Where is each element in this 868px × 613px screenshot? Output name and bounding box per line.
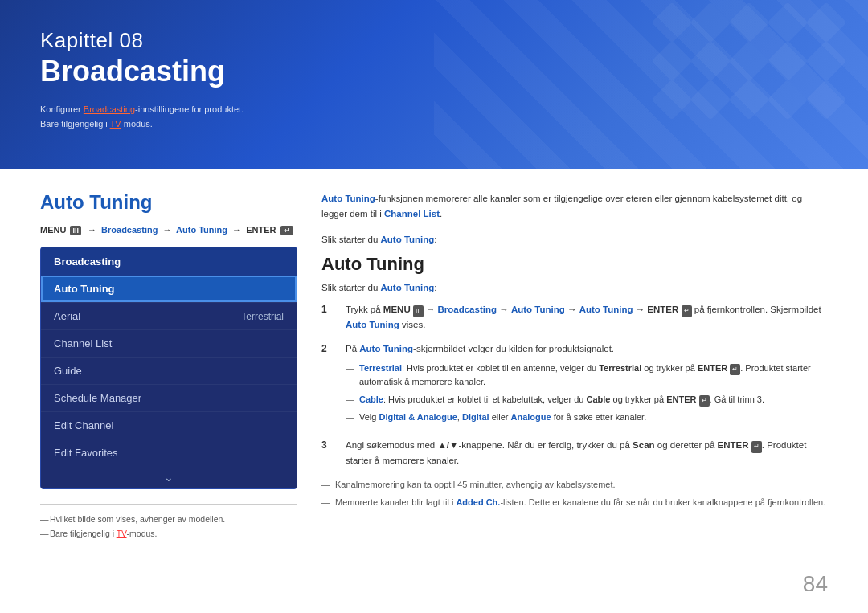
panel-item-channel-list[interactable]: Channel List <box>41 329 297 357</box>
footer-note-2: Bare tilgjengelig i TV-modus. <box>40 529 297 538</box>
slik-starter-intro: Slik starter du Auto Tuning: <box>321 235 828 244</box>
sub-bullets: Terrestrial: Hvis produktet er koblet ti… <box>346 362 828 425</box>
enter-icon: ↵ <box>280 226 293 235</box>
right-section-title: Auto Tuning <box>321 254 828 275</box>
note-bullet-2: Memorerte kanaler blir lagt til i Added … <box>321 496 828 509</box>
note-bullet-1: Kanalmemorering kan ta opptil 45 minutte… <box>321 478 828 492</box>
panel-item-auto-tuning[interactable]: Auto Tuning <box>41 276 297 302</box>
panel-item-schedule-manager[interactable]: Schedule Manager <box>41 384 297 411</box>
decorative-diamonds <box>657 8 844 117</box>
slik-starter-main: Slik starter du Auto Tuning: <box>321 283 828 292</box>
panel-item-guide[interactable]: Guide <box>41 357 297 384</box>
footer-notes: Hvilket bilde som vises, avhenger av mod… <box>40 504 297 538</box>
subtitle-line1: Konfigurer Broadcasting-innstillingene f… <box>40 104 244 114</box>
page-number: 84 <box>803 571 828 597</box>
right-intro: Auto Tuning-funksjonen memorerer alle ka… <box>321 191 828 222</box>
panel-header: Broadcasting <box>41 247 297 276</box>
panel-scroll-down[interactable]: ⌄ <box>41 466 297 488</box>
panel-items: Auto Tuning Aerial Terrestrial Channel L… <box>41 276 297 488</box>
main-content: Auto Tuning MENU III → Broadcasting → Au… <box>0 169 868 559</box>
footer-note-1: Hvilket bilde som vises, avhenger av mod… <box>40 514 297 524</box>
panel-item-edit-channel[interactable]: Edit Channel <box>41 411 297 439</box>
menu-path: MENU III → Broadcasting → Auto Tuning → … <box>40 225 297 235</box>
panel-item-edit-favorites[interactable]: Edit Favorites <box>41 439 297 466</box>
step-3: 3 Angi søkemodus med ▲/▼-knappene. Når d… <box>321 438 828 468</box>
subtitle-line2: Bare tilgjengelig i TV-modus. <box>40 119 153 129</box>
sub-bullet-digital-analogue: Velg Digital & Analogue, Digital eller A… <box>346 411 828 424</box>
step-1: 1 Trykk på MENU III → Broadcasting → Aut… <box>321 302 828 332</box>
left-column: Auto Tuning MENU III → Broadcasting → Au… <box>40 191 297 543</box>
broadcasting-panel: Broadcasting Auto Tuning Aerial Terrestr… <box>40 247 297 489</box>
menu-icon: III <box>70 226 81 235</box>
right-column: Auto Tuning-funksjonen memorerer alle ka… <box>321 191 828 543</box>
sub-bullet-terrestrial: Terrestrial: Hvis produktet er koblet ti… <box>346 362 828 389</box>
header-banner: Kapittel 08 Broadcasting Konfigurer Broa… <box>0 0 868 169</box>
panel-item-aerial[interactable]: Aerial Terrestrial <box>41 302 297 329</box>
left-section-title: Auto Tuning <box>40 191 297 214</box>
steps-list: 1 Trykk på MENU III → Broadcasting → Aut… <box>321 302 828 468</box>
note-bullets: Kanalmemorering kan ta opptil 45 minutte… <box>321 478 828 509</box>
sub-bullet-cable: Cable: Hvis produktet er koblet til et k… <box>346 393 828 407</box>
step-2: 2 På Auto Tuning-skjermbildet velger du … <box>321 341 828 428</box>
